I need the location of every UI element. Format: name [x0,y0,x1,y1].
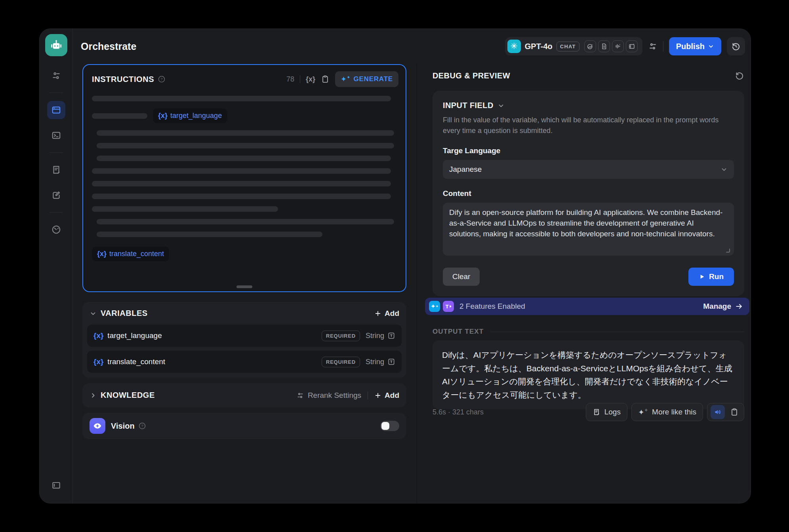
chevron-down-icon [708,43,714,49]
instructions-title: INSTRUCTIONS [92,75,154,84]
divider [368,391,368,399]
sidebar [40,29,73,503]
knowledge-title: KNOWLEDGE [101,391,155,400]
topbar-divider [663,41,663,51]
chevron-right-icon[interactable] [90,392,97,399]
prompt-skeleton-line [97,219,394,224]
vision-capability-icon [584,40,596,52]
content-textarea[interactable]: Dify is an open-source platform for buil… [443,203,734,256]
char-count: 78 [286,75,294,84]
generate-label: GENERATE [353,75,393,83]
divider [300,75,300,83]
run-button[interactable]: Run [688,268,734,286]
rerank-sliders-icon [296,391,304,399]
variable-chip-translate-content[interactable]: {x}translate_content [92,247,169,261]
debug-preview-title: DEBUG & PREVIEW [433,71,510,80]
conversation-opener-feature-icon: ✦✦ [429,301,440,312]
speaker-icon[interactable] [711,405,725,419]
orchestrate-pane: INSTRUCTIONS ? 78 {x} ✦✦ [73,64,417,503]
variable-icon: {x} [93,357,103,366]
publish-label: Publish [676,42,705,51]
add-knowledge-button[interactable]: Add [374,391,399,400]
sidebar-item-monitoring-gauge-icon[interactable] [47,220,65,239]
content-value: Dify is an open-source platform for buil… [449,208,722,238]
sidebar-item-logs-icon[interactable] [47,161,65,179]
logs-icon [593,408,600,416]
app-logo-robot-icon[interactable] [45,34,67,56]
instructions-panel[interactable]: INSTRUCTIONS ? 78 {x} ✦✦ [82,64,406,292]
plus-icon [374,392,381,399]
target-language-label: Targe Language [443,146,734,155]
clear-button[interactable]: Clear [443,268,480,286]
prompt-editor[interactable]: {x}target_language {x}translate_content [83,93,406,261]
text-to-speech-feature-icon: T🕨 [443,301,454,312]
sidebar-divider [50,212,63,213]
features-count-text: 2 Features Enabled [459,302,525,311]
version-history-button[interactable] [727,37,745,55]
input-field-description: Fill in the value of the variable, which… [443,115,734,136]
vision-title: Vision [111,422,135,431]
restart-icon[interactable] [735,71,744,80]
collapse-sidebar-icon[interactable] [47,476,65,494]
document-capability-icon [598,40,610,52]
prompt-skeleton-line [92,181,391,186]
output-text: Difyは、AIアプリケーションを構築するためのオープンソースプラットフォームで… [442,350,732,399]
sidebar-item-annotation-edit-icon[interactable] [47,186,65,204]
model-capabilities [584,40,638,52]
help-icon[interactable]: ? [158,75,166,83]
target-language-select[interactable]: Japanese [443,160,734,179]
resize-grip-icon[interactable] [725,248,731,253]
prompt-skeleton-line [92,168,391,174]
arrow-right-icon [735,302,743,310]
chevron-down-icon[interactable] [90,310,97,317]
openai-logo-icon: ✳ [507,40,521,53]
prompt-skeleton-line [92,96,391,101]
model-parameters-icon[interactable] [648,42,658,51]
variable-row[interactable]: {x} translate_content REQUIRED String [87,351,402,373]
top-bar: Orchestrate ✳ GPT-4o CHAT [73,29,751,64]
sidebar-item-terminal-icon[interactable] [47,126,65,144]
model-selector[interactable]: ✳ GPT-4o CHAT [505,37,642,55]
logs-button[interactable]: Logs [586,403,627,421]
sidebar-item-orchestrate-window-icon[interactable] [47,101,65,119]
variable-icon: {x} [93,331,103,340]
sidebar-divider [50,152,63,153]
content-label: Content [443,189,734,198]
prompt-skeleton-line [92,194,391,199]
publish-button[interactable]: Publish [669,37,721,55]
chevron-down-icon[interactable] [497,102,505,109]
copy-clipboard-icon[interactable] [321,75,330,84]
output-text-card: Difyは、AIアプリケーションを構築するためのオープンソースプラットフォームで… [433,340,744,409]
prompt-skeleton-line [92,113,147,119]
features-enabled-bar[interactable]: ✦✦ T🕨 2 Features Enabled Manage [425,298,749,315]
rerank-settings-button[interactable]: Rerank Settings [296,391,361,400]
add-variable-button[interactable]: Add [374,309,399,318]
prompt-skeleton-line [92,206,278,212]
insert-variable-icon[interactable]: {x} [306,75,315,84]
generate-button[interactable]: ✦✦ GENERATE [335,71,398,87]
vision-toggle[interactable] [380,421,399,431]
copy-output-icon[interactable] [728,408,741,416]
variables-title: VARIABLES [101,309,148,318]
variable-chip-target-language[interactable]: {x}target_language [153,108,227,123]
knowledge-section: KNOWLEDGE Rerank Settings [82,383,406,407]
sparkles-icon: ✦✧ [638,408,648,417]
target-language-value: Japanese [449,165,482,174]
chat-mode-badge: CHAT [556,42,579,51]
manage-features-button[interactable]: Manage [703,302,743,311]
string-type-icon [387,358,395,366]
variable-row[interactable]: {x} target_language REQUIRED String [87,325,402,347]
resize-handle[interactable] [236,285,252,288]
variable-name: target_language [107,331,162,340]
sidebar-item-settings-sliders-icon[interactable] [47,66,65,85]
variables-section: VARIABLES Add {x} target_language [82,302,406,378]
prompt-skeleton-line [97,130,394,136]
output-meta: 5.6s · 321 chars [433,408,484,421]
input-field-card: INPUT FIELD Fill in the value of the var… [433,91,744,296]
sidebar-divider [50,93,63,93]
variable-type: String [366,332,384,340]
more-like-this-button[interactable]: ✦✧ More like this [631,403,703,421]
help-icon[interactable]: ? [138,422,146,430]
output-rule [490,332,744,332]
required-badge: REQUIRED [322,331,360,341]
